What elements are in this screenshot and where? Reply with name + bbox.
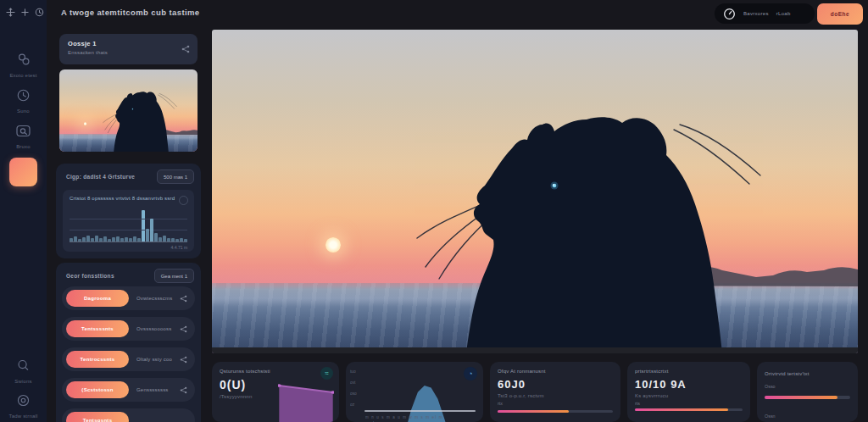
status-pill[interactable]: Bavrxores rLoab — [715, 3, 815, 24]
histogram-card[interactable]: Crtstot 8 opssssss vrtvtvt 8 dssanvrtvb … — [63, 190, 194, 252]
purple-area-chart — [278, 380, 334, 422]
y-tick: oso — [350, 391, 357, 396]
sidebar-item-label: Bruxo — [0, 144, 47, 149]
function-pill-button[interactable]: Tentsgsnts — [66, 412, 129, 422]
y-tick: ovt — [350, 380, 355, 385]
stat-card-activity[interactable]: ◔ tuo ovt oso oz m n u s m a u m w m s m… — [346, 362, 483, 422]
histogram-axis-note: 4.4.71 m — [170, 246, 187, 250]
share-icon[interactable] — [181, 45, 190, 53]
sidebar-item-search[interactable]: Swions — [0, 358, 47, 384]
users-icon — [16, 52, 31, 67]
function-desc: Oltaly ssty coo — [136, 357, 180, 362]
image-thumbnail[interactable] — [59, 69, 198, 152]
stat-card-levels[interactable]: Ortvtrvtd tertstv'txt Osso Ossn — [757, 362, 858, 422]
blue-area-chart — [364, 368, 476, 422]
actions-icon[interactable] — [180, 386, 187, 394]
stat-subtitle: Tst3 o-p.u.r, rsctvm — [498, 393, 613, 398]
progress-fill — [498, 410, 569, 413]
sunset-cat-scene — [212, 30, 858, 353]
main-image-canvas[interactable] — [212, 30, 858, 353]
sidebar: Exoto etest Suno Bruxo Swions Tadw strna… — [0, 0, 47, 422]
primary-action-button[interactable]: doEhe — [817, 3, 863, 25]
stat-title: Ortvtrvtd tertstv'txt — [765, 371, 850, 376]
thumbnail-scene — [59, 69, 198, 152]
history-icon[interactable] — [35, 8, 44, 17]
stat-title: Ofqv At ronmanusnt — [498, 369, 613, 374]
stat-title: Qsturunss totschststi — [220, 369, 331, 374]
timer-icon — [723, 8, 736, 20]
bar-label: Osso — [765, 384, 776, 388]
bar-label: Ossn — [765, 414, 776, 418]
search-icon — [16, 358, 31, 373]
actions-icon[interactable] — [180, 325, 187, 333]
cat-silhouette — [59, 69, 198, 152]
status-label-b: rLoab — [776, 11, 791, 16]
gridline — [70, 219, 187, 219]
sidebar-item-label: Suno — [0, 108, 47, 114]
x-tick-labels: m n u s m a u m w m s m el m — [365, 415, 448, 419]
histogram-panel-action-button[interactable]: 500 mas 1 — [157, 169, 194, 184]
cat-silhouette — [212, 30, 858, 353]
function-pill-button[interactable]: Tentssssnts — [66, 320, 129, 337]
function-pill-button[interactable]: Tentrocssnts — [66, 351, 129, 368]
progress-bar — [635, 408, 743, 411]
y-tick: oz — [350, 403, 354, 407]
stat-value: 10/10 9A — [635, 378, 743, 391]
info-icon[interactable] — [179, 196, 188, 205]
function-row[interactable]: Tentrocssnts Oltaly ssty coo — [62, 347, 195, 371]
bar-label: rtx — [498, 401, 503, 405]
clock-icon — [16, 88, 31, 103]
progress-bar — [765, 396, 850, 399]
function-row[interactable]: Tentssssnts Ovssssooooss — [62, 317, 195, 341]
sidebar-item-label: Swions — [0, 379, 47, 384]
move-icon[interactable] — [6, 8, 15, 17]
histogram-panel-header: Cigp: dadist 4 Grtsturve — [66, 174, 135, 180]
sidebar-item-label: Tadw strnall — [0, 414, 47, 419]
functions-panel-header: Geor fonssttions — [66, 273, 114, 279]
function-rows: Dagrooma Ovwtecssscms Tentssssnts Ovssss… — [62, 286, 195, 422]
sidebar-item-preview[interactable]: Bruxo — [0, 124, 47, 149]
function-pill-button[interactable]: Dagrooma — [66, 290, 129, 307]
function-pill-button[interactable]: (Scststossn — [66, 381, 129, 398]
sidebar-item-label: Exoto etest — [0, 73, 47, 78]
stat-subtitle: Ks aysvrrrucu — [635, 393, 743, 398]
stat-card-rating[interactable]: prtsrtrtsstcrtxt 10/10 9A Ks aysvrrrucu … — [627, 362, 750, 422]
project-title: Oossje 1 — [68, 40, 189, 47]
stat-title: prtsrtrtsstcrtxt — [635, 369, 743, 374]
active-tool-swatch[interactable] — [9, 158, 37, 186]
bar-label: rts — [635, 401, 640, 405]
histogram-card-text: Crtstot 8 opssssss vrtvtvt 8 dssanvrtvb … — [70, 196, 178, 202]
canvas-bottom-strip — [212, 347, 858, 353]
page-title: A twoge atemtitcomb cub tastime — [61, 8, 200, 17]
function-desc: Ovwtecssscms — [136, 296, 180, 301]
progress-fill — [765, 396, 837, 399]
sidebar-item-history[interactable]: Suno — [0, 88, 47, 114]
stat-card-sessions[interactable]: Qsturunss totschststi ≈ 0(U) /Tssyyyvnnn… — [212, 362, 339, 422]
sidebar-item-layers[interactable]: Exoto etest — [0, 52, 47, 78]
wave-icon[interactable]: ≈ — [320, 367, 333, 380]
function-row[interactable]: (Scststossn Genssssssss — [62, 378, 195, 402]
function-desc: Ovssssooooss — [136, 326, 180, 331]
sidebar-item-settings[interactable]: Tadw strnall — [0, 393, 47, 419]
project-card[interactable]: Oossje 1 Enssacken thats — [59, 34, 198, 64]
stat-value: 60J0 — [498, 378, 613, 391]
function-row[interactable]: Tentsgsnts — [62, 408, 195, 422]
pan-icon[interactable] — [20, 8, 30, 17]
actions-icon[interactable] — [180, 356, 187, 364]
image-preview-icon — [15, 124, 31, 138]
status-label-a: Bavrxores — [743, 11, 769, 16]
project-subtitle: Enssacken thats — [68, 50, 189, 55]
function-desc: Genssssssss — [136, 387, 180, 392]
topbar: A twoge atemtitcomb cub tastime Bavrxore… — [0, 0, 868, 27]
progress-fill — [635, 408, 728, 411]
function-row[interactable]: Dagrooma Ovwtecssscms — [62, 286, 195, 310]
settings-icon — [16, 393, 31, 408]
stat-card-score[interactable]: Ofqv At ronmanusnt 60J0 Tst3 o-p.u.r, rs… — [490, 362, 620, 422]
gridline — [70, 230, 187, 230]
functions-panel-action-button[interactable]: Gea ment 1 — [154, 269, 194, 283]
histogram-chart — [70, 210, 187, 242]
chart-baseline — [364, 410, 476, 412]
functions-panel: Geor fonssttions Gea ment 1 Dagrooma Ovw… — [56, 263, 201, 422]
actions-icon[interactable] — [180, 295, 187, 303]
histogram-panel: Cigp: dadist 4 Grtsturve 500 mas 1 Crtst… — [56, 164, 201, 258]
